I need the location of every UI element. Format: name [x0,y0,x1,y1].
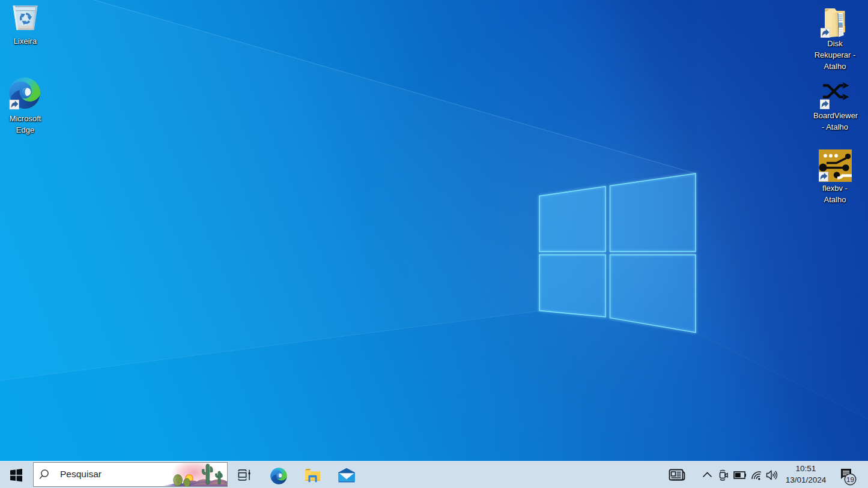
svg-text:19: 19 [846,476,854,483]
